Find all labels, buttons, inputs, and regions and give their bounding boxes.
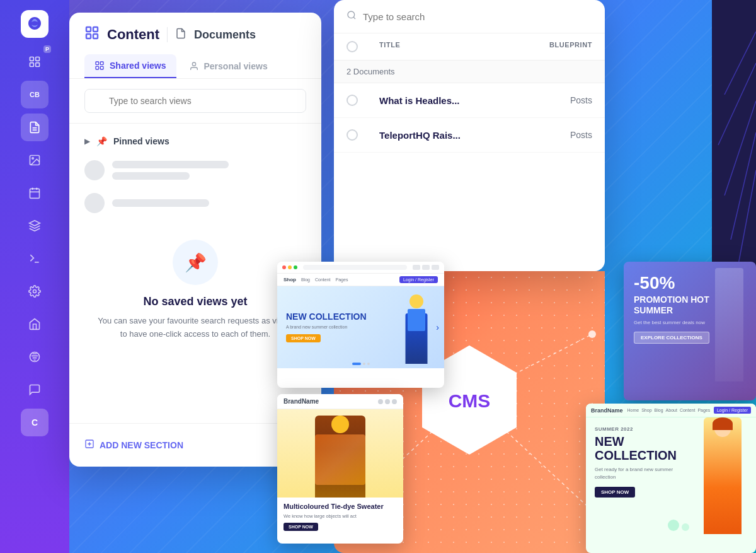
right-dark-panel xyxy=(712,0,756,271)
mockup-3-brand: BrandName xyxy=(284,398,319,405)
decorative-circles xyxy=(668,520,689,531)
docs-search-input[interactable] xyxy=(363,11,592,22)
app-logo[interactable] xyxy=(21,10,49,38)
skeleton-row-2 xyxy=(69,187,321,219)
svg-point-30 xyxy=(348,11,355,18)
svg-rect-19 xyxy=(93,34,98,38)
views-panel-title: Content xyxy=(107,26,159,43)
sidebar-item-terminal[interactable] xyxy=(21,245,49,272)
mockup-3-desc: We know how large objects will act xyxy=(284,513,397,520)
views-panel-icon xyxy=(84,25,100,44)
svg-rect-3 xyxy=(36,63,40,67)
mockup-4-brand: BrandName xyxy=(591,407,623,414)
docs-blueprint-column-header: BLUEPRINT xyxy=(549,41,592,52)
nav-item: Shop xyxy=(641,408,651,412)
skeleton-circle xyxy=(84,193,105,213)
arrow-right-icon[interactable]: › xyxy=(436,322,439,332)
mockup-1-btn[interactable]: SHOP NOW xyxy=(286,334,321,342)
svg-point-7 xyxy=(32,158,34,160)
sidebar-item-content[interactable] xyxy=(21,114,49,141)
sidebar-item-home[interactable] xyxy=(21,310,49,338)
model-head xyxy=(410,294,423,308)
slide-dot xyxy=(363,363,365,365)
mockup-card-3: BrandName Multicoloured Tie-dye Sweater … xyxy=(277,394,403,544)
svg-point-42 xyxy=(588,330,596,338)
no-views-desc: You can save your favourite search reque… xyxy=(94,315,296,341)
sidebar: P CB xyxy=(0,0,69,553)
svg-line-33 xyxy=(718,63,756,145)
icon-circle xyxy=(385,399,390,404)
sidebar-item-p-badge: P xyxy=(43,45,51,53)
sidebar-item-debug[interactable] xyxy=(21,343,49,371)
person-head xyxy=(331,416,349,433)
circle-deco xyxy=(668,520,679,531)
nav-btn xyxy=(432,265,439,270)
svg-line-31 xyxy=(353,17,355,19)
add-section-button[interactable]: ADD NEW SECTION xyxy=(84,434,306,457)
tiedye-pattern xyxy=(315,434,365,485)
tab-personal-views[interactable]: Personal views xyxy=(179,54,278,78)
docs-select-all-check[interactable] xyxy=(346,41,372,52)
views-search-section xyxy=(69,79,321,124)
mockup-card-1: Shop Blog Content Pages Login / Register… xyxy=(277,262,444,388)
sidebar-item-chat[interactable] xyxy=(21,376,49,404)
docs-search-bar xyxy=(334,0,605,33)
mockup-4-content: SUMMER 2022 NEW COLLECTION Get ready for… xyxy=(586,417,756,544)
skeleton-line xyxy=(112,172,190,180)
mockup-nav-item: Blog xyxy=(301,277,310,282)
tab-shared-views[interactable]: Shared views xyxy=(84,54,176,78)
mockup-3-btn[interactable]: SHOP NOW xyxy=(284,523,318,531)
row-2-checkbox[interactable] xyxy=(346,129,372,141)
row-1-blueprint: Posts xyxy=(570,95,592,105)
sidebar-badge-cb[interactable]: CB xyxy=(21,81,49,108)
nav-item: Pages xyxy=(697,408,710,412)
mockup-4-nav: Home Shop Blog About Content Pages xyxy=(627,408,711,412)
url-bar xyxy=(303,265,407,270)
row-1-checkbox[interactable] xyxy=(346,95,372,106)
svg-rect-0 xyxy=(30,57,34,61)
nav-item: Content xyxy=(680,408,696,412)
circle-deco-sm xyxy=(682,523,689,531)
sidebar-item-layers[interactable] xyxy=(21,212,49,240)
sidebar-item-grid[interactable]: P xyxy=(21,48,49,76)
mockup-1-hero: NEW COLLECTION A brand new summer collec… xyxy=(277,286,444,368)
svg-rect-18 xyxy=(86,34,91,38)
svg-point-14 xyxy=(33,290,37,293)
nav-item: Home xyxy=(627,408,639,412)
row-1-title: What is Headles... xyxy=(379,95,563,106)
mockup-4-subtitle: Get ready for a brand new summer collect… xyxy=(595,466,683,481)
docs-table-header: TITLE BLUEPRINT xyxy=(334,33,605,61)
row-2-title: TeleportHQ Rais... xyxy=(379,130,563,141)
min-dot xyxy=(288,265,292,269)
nav-buttons xyxy=(413,265,439,270)
pinned-views-row[interactable]: ▶ 📌 Pinned views xyxy=(69,129,321,154)
skeleton-line xyxy=(112,199,209,207)
mockup-nav-brand: Shop xyxy=(284,277,296,282)
table-row[interactable]: TeleportHQ Rais... Posts xyxy=(334,118,605,153)
svg-line-36 xyxy=(737,170,756,271)
svg-rect-22 xyxy=(96,66,99,69)
model-hair xyxy=(713,417,733,430)
icon-circle xyxy=(392,399,397,404)
sidebar-badge-c[interactable]: C xyxy=(21,409,49,436)
model-torso xyxy=(408,309,425,331)
mockup-2-btn[interactable]: EXPLORE COLLECTIONS xyxy=(634,332,709,344)
plus-square-icon xyxy=(84,439,94,451)
sidebar-item-calendar[interactable] xyxy=(21,179,49,207)
mockup-1-collection: NEW COLLECTION xyxy=(286,312,398,322)
mockup-4-btn[interactable]: SHOP NOW xyxy=(595,487,635,498)
checkbox-circle xyxy=(346,129,358,141)
views-tabs: Shared views Personal views xyxy=(84,54,306,78)
table-row[interactable]: What is Headles... Posts xyxy=(334,83,605,118)
svg-line-34 xyxy=(724,101,756,195)
svg-rect-23 xyxy=(100,66,103,69)
max-dot xyxy=(294,265,297,269)
add-section-label: ADD NEW SECTION xyxy=(100,440,183,450)
svg-point-24 xyxy=(192,62,195,66)
sidebar-item-gallery[interactable] xyxy=(21,146,49,174)
svg-rect-1 xyxy=(36,57,40,61)
sidebar-item-settings[interactable] xyxy=(21,277,49,305)
svg-rect-16 xyxy=(86,27,91,32)
views-search-input[interactable] xyxy=(84,89,306,113)
mockup-login-btn: Login / Register xyxy=(399,276,438,283)
